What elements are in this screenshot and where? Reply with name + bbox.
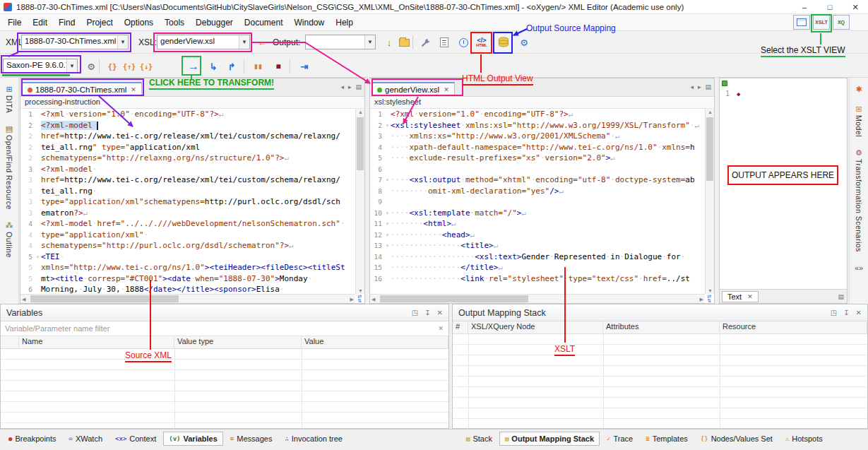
scrollbar-thumb[interactable]	[30, 295, 179, 302]
code-line[interactable]: 5▿<TEI·	[20, 251, 355, 263]
code-line[interactable]: 2schematypens="http://relaxng.org/ns/str…	[20, 153, 355, 164]
bottom-tab-output-mapping-stack[interactable]: ▤Output Mapping Stack	[499, 432, 600, 446]
scenario-association-icon[interactable]	[456, 35, 471, 50]
output-source-mapping-icon[interactable]	[496, 35, 511, 50]
code-line[interactable]: 10▿····<xsl:template·match="/">↵	[370, 208, 705, 219]
fold-toggle-icon[interactable]: ▿	[384, 240, 391, 251]
sidebar-tab-model[interactable]: ⊞Model	[855, 105, 863, 137]
close-panel-icon[interactable]: ✕	[437, 309, 443, 316]
code-line[interactable]: 4schematypens="http://purl.oclc.org/dsdl…	[20, 240, 355, 251]
code-line[interactable]: 5····exclude-result-prefixes="xs"·versio…	[370, 153, 705, 164]
configure-parameters-icon[interactable]	[417, 35, 433, 50]
xml-braces-icon[interactable]: {}	[105, 59, 120, 74]
tab-list-icon[interactable]: ▤	[355, 83, 362, 90]
scroll-up-icon[interactable]: ▲	[708, 109, 713, 114]
code-line[interactable]: 4····xpath-default-namespace="http://www…	[370, 142, 705, 153]
output-text-area[interactable]: 1◆	[720, 78, 847, 289]
expander-column-header[interactable]	[1, 336, 19, 348]
tab-xml-document[interactable]: 1888-07-30-ChTimes.xml ✕	[22, 82, 142, 96]
menu-document[interactable]: Document	[239, 16, 289, 30]
sidebar-tab-outline[interactable]: ⁂Outline	[5, 221, 13, 258]
scroll-left-icon[interactable]: ◀	[371, 297, 375, 302]
sync-selection-icon[interactable]: ⇄⇅	[355, 294, 364, 303]
fold-toggle-icon[interactable]: ▿	[384, 120, 391, 131]
menu-window[interactable]: Window	[289, 16, 331, 30]
braces-up-icon[interactable]: {↑}	[121, 59, 137, 74]
code-line[interactable]: 2tei_all.rng" type="application/xml	[20, 142, 355, 153]
code-line[interactable]: 4<?xml-model·href="../.././//webDevelopm…	[20, 218, 355, 230]
vertical-scrollbar[interactable]: ▲ ▼	[355, 109, 364, 294]
xquery-debugger-view-icon[interactable]: XQ	[833, 15, 850, 30]
code-line[interactable]: 2href=http://www.tei-c.org/release/xml/t…	[20, 131, 355, 142]
close-button[interactable]: ✕	[843, 0, 868, 14]
bottom-tab-trace[interactable]: ✓Trace	[601, 432, 638, 446]
scroll-down-icon[interactable]: ▼	[708, 288, 713, 293]
code-line[interactable]: 14··················<xsl:text>Gender·Rep…	[370, 251, 705, 263]
column-header-xsl-xquery-node[interactable]: XSL/XQuery Node	[468, 321, 603, 333]
bottom-tab-messages[interactable]: ≡Messages	[225, 432, 278, 446]
engine-combo[interactable]: Saxon-PE 9.6.0.7▼	[3, 59, 78, 73]
fold-toggle-icon[interactable]: ▿	[384, 174, 391, 186]
sidebar-tab-transformation-scenarios[interactable]: ⚙Transformation Scenarios	[855, 148, 863, 252]
run-to-end-icon[interactable]: ⇥	[297, 59, 312, 74]
menu-find[interactable]: Find	[53, 16, 81, 30]
code-line[interactable]: 7▿····<xsl:output·method="xhtml"·encodin…	[370, 174, 705, 186]
menu-debugger[interactable]: Debugger	[190, 16, 239, 30]
menu-project[interactable]: Project	[81, 16, 118, 30]
float-panel-icon[interactable]: ◳	[412, 309, 418, 316]
sidebar-tab-open-find-resource[interactable]: ▤Open/Find Resource	[5, 124, 13, 210]
code-line[interactable]: 3<?xml-model·	[20, 164, 355, 175]
code-line[interactable]: 12▿···········<head>↵	[370, 230, 705, 241]
menu-options[interactable]: Options	[119, 16, 159, 30]
code-line[interactable]: 6	[370, 164, 705, 175]
minimize-button[interactable]: –	[792, 0, 817, 14]
menu-file[interactable]: File	[2, 16, 27, 30]
close-tab-icon[interactable]: ✕	[444, 86, 449, 93]
code-line[interactable]: 9	[370, 196, 705, 208]
html-output-view-icon[interactable]: </>HTML	[473, 35, 490, 50]
xml-code-area[interactable]: 1<?xml·version="1.0"·encoding="UTF-8"?>↵…	[20, 109, 355, 294]
output-combo[interactable]: ▼	[305, 35, 376, 49]
variable-filter-input[interactable]	[1, 323, 433, 334]
xsl-breadcrumb[interactable]: xsl:stylesheet	[370, 97, 714, 109]
bottom-tab-templates[interactable]: ≣Templates	[640, 432, 694, 446]
menu-edit[interactable]: Edit	[27, 16, 53, 30]
float-panel-icon[interactable]: ◳	[831, 309, 837, 316]
pin-panel-icon[interactable]: ↧	[424, 309, 430, 316]
scrollbar-thumb[interactable]	[357, 117, 364, 170]
bottom-tab-hotspots[interactable]: ⚠Hotspots	[780, 432, 828, 446]
code-line[interactable]: 3type="application/xml"schematypens=http…	[20, 196, 355, 208]
column-header-value[interactable]: Value	[302, 336, 448, 348]
bottom-tab-nodes-values-set[interactable]: {}Nodes/Values Set	[695, 432, 778, 446]
column-header-value-type[interactable]: Value type	[174, 336, 302, 348]
code-line[interactable]: 3ematron?>↵	[20, 208, 355, 219]
maximize-button[interactable]: □	[817, 0, 843, 14]
column-header-[interactable]: #	[453, 321, 468, 333]
horizontal-scrollbar[interactable]: ◀ ▶	[20, 294, 355, 303]
stop-icon[interactable]: ■	[270, 59, 286, 74]
editor-view-icon[interactable]	[793, 15, 810, 30]
column-header-name[interactable]: Name	[19, 336, 174, 348]
scroll-right-icon[interactable]: ▶	[350, 297, 354, 302]
column-header-resource[interactable]: Resource	[720, 321, 867, 333]
step-into-icon[interactable]: ↳	[206, 59, 221, 74]
sidebar-attributes-icon[interactable]: ✱	[855, 85, 862, 93]
chevron-down-icon[interactable]: ▼	[364, 35, 375, 49]
scenario-settings-icon[interactable]: ⚙	[516, 35, 532, 50]
code-line[interactable]: 3····xmlns:xs="http://www.w3.org/2001/XM…	[370, 131, 705, 142]
next-tab-icon[interactable]: ▸	[348, 83, 352, 90]
code-line[interactable]: 8········omit-xml-declaration="yes"/>↵	[370, 186, 705, 197]
sync-selection-icon[interactable]: ⇄⇅	[705, 294, 714, 303]
code-line[interactable]: 13▿···············<title>↵	[370, 240, 705, 251]
scroll-left-icon[interactable]: ◀	[22, 297, 25, 302]
code-line[interactable]: 2<?xml-model·	[20, 120, 355, 131]
code-line[interactable]: 2▿<xsl:stylesheet·xmlns:xsl="http://www.…	[370, 120, 705, 131]
menu-help[interactable]: Help	[330, 16, 359, 30]
code-line[interactable]: 6Morning,·July·30,·1888</date></title><s…	[20, 284, 355, 294]
scroll-down-icon[interactable]: ▼	[358, 288, 363, 293]
braces-down-icon[interactable]: {↓}	[138, 59, 154, 74]
xml-source-combo[interactable]: 1888-07-30-ChTimes.xml▼	[21, 35, 129, 49]
bottom-tab-breakpoints[interactable]: ●Breakpoints	[3, 432, 62, 446]
run-transformation-icon[interactable]: →	[186, 59, 201, 74]
swap-sources-icon[interactable]: ←	[254, 35, 270, 50]
